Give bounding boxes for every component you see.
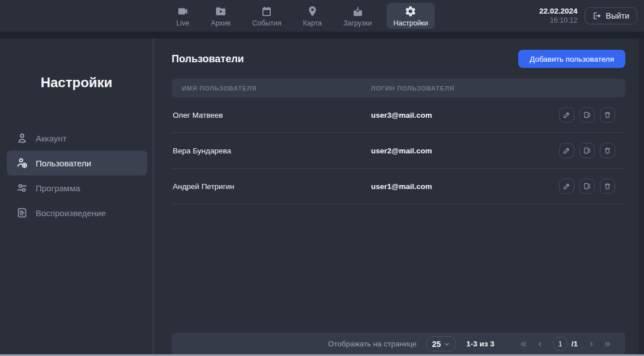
delete-user-button[interactable] — [600, 179, 615, 194]
rows-range-label: 1-3 из 3 — [466, 340, 494, 348]
logout-icon — [592, 11, 602, 20]
copy-icon — [583, 111, 591, 119]
total-pages-label: /1 — [572, 340, 578, 348]
copy-icon — [583, 147, 591, 155]
video-camera-icon — [177, 5, 189, 18]
row-actions — [559, 143, 615, 158]
delete-user-button[interactable] — [600, 108, 615, 123]
nav-label: Live — [176, 19, 189, 27]
per-page-select[interactable]: 25 — [427, 336, 457, 351]
add-user-button[interactable]: Добавить пользователя — [518, 50, 625, 68]
nav-item-settings[interactable]: Настройки — [387, 3, 435, 29]
sidebar-item-label: Аккаунт — [36, 134, 66, 143]
pencil-icon — [562, 182, 571, 191]
vertical-scrollbar[interactable] — [639, 38, 644, 354]
next-page-button[interactable] — [585, 338, 598, 350]
pagination-bar: Отображать на странице 25 1-3 из 3 1 /1 — [172, 333, 625, 355]
table-row: Андрей Петригин user1@mail.com — [172, 169, 625, 204]
body: Настройки Аккаунт Пользователи Программа — [0, 38, 644, 356]
table-row: Олег Матвеев user3@mail.com — [172, 97, 625, 133]
pencil-icon — [562, 147, 571, 155]
nav-item-archive[interactable]: Архив — [204, 3, 237, 29]
folder-play-icon — [215, 5, 227, 18]
last-page-button[interactable] — [602, 338, 614, 350]
person-icon — [16, 132, 28, 144]
document-icon — [16, 207, 28, 219]
users-page: Пользователи Добавить пользователя ИМЯ П… — [153, 38, 644, 356]
chevron-down-icon — [443, 341, 450, 348]
row-actions — [559, 108, 615, 123]
nav-item-downloads[interactable]: Загрузки — [336, 3, 378, 29]
datetime: 22.02.2024 16:10:12 — [539, 7, 578, 25]
copy-user-button[interactable] — [579, 108, 595, 123]
page-header: Пользователи Добавить пользователя — [172, 50, 625, 68]
gear-icon — [404, 5, 417, 18]
trash-icon — [603, 182, 612, 191]
person-add-icon — [16, 157, 28, 169]
nav-label: Архив — [211, 19, 231, 27]
nav-item-events[interactable]: События — [245, 3, 288, 29]
page-title: Пользователи — [172, 53, 244, 65]
trash-icon — [603, 111, 612, 119]
settings-sidebar: Настройки Аккаунт Пользователи Программа — [0, 38, 153, 356]
column-header-name: ИМЯ ПОЛЬЗОВАТЕЛЯ — [172, 85, 257, 92]
current-time: 16:10:12 — [539, 16, 578, 25]
edit-user-button[interactable] — [559, 108, 574, 123]
column-header-login: ЛОГИН ПОЛЬЗОВАТЕЛЯ — [371, 85, 454, 92]
row-actions — [559, 179, 615, 194]
user-login: user3@mail.com — [371, 111, 432, 119]
chevron-right-icon — [587, 340, 596, 349]
logout-label: Выйти — [606, 11, 629, 20]
sidebar-item-program[interactable]: Программа — [0, 175, 153, 200]
table-row: Вера Бундарева user2@mail.com — [172, 133, 625, 169]
prev-page-button[interactable] — [534, 338, 546, 350]
user-login: user2@mail.com — [371, 147, 432, 155]
nav-label: Настройки — [394, 19, 428, 27]
sidebar-item-label: Программа — [36, 183, 80, 193]
copy-user-button[interactable] — [579, 143, 595, 158]
per-page-value: 25 — [432, 340, 441, 349]
sidebar-item-users[interactable]: Пользователи — [7, 151, 147, 175]
user-name: Вера Бундарева — [172, 147, 231, 155]
sliders-icon — [16, 182, 28, 194]
nav-label: Загрузки — [343, 19, 372, 27]
sidebar-item-account[interactable]: Аккаунт — [0, 126, 153, 151]
user-name: Олег Матвеев — [172, 111, 223, 119]
pager-controls: 1 /1 — [517, 337, 614, 351]
pencil-icon — [562, 111, 571, 119]
first-page-button[interactable] — [517, 338, 530, 350]
table-header: ИМЯ ПОЛЬЗОВАТЕЛЯ ЛОГИН ПОЛЬЗОВАТЕЛЯ — [172, 79, 625, 97]
nav-item-map[interactable]: Карта — [296, 3, 329, 29]
topbar-divider-band — [0, 32, 644, 38]
sidebar-item-label: Воспроизведение — [36, 208, 106, 218]
edit-user-button[interactable] — [559, 179, 574, 194]
user-name: Андрей Петригин — [172, 182, 234, 191]
calendar-icon — [261, 5, 273, 18]
sidebar-menu: Аккаунт Пользователи Программа Воспроизв… — [0, 126, 153, 225]
delete-user-button[interactable] — [600, 143, 615, 158]
sidebar-item-playback[interactable]: Воспроизведение — [0, 200, 153, 225]
topbar-right: 22.02.2024 16:10:12 Выйти — [539, 0, 637, 32]
top-navigation: Live Архив События Карта Загрузки — [169, 0, 435, 32]
sidebar-item-label: Пользователи — [36, 158, 91, 168]
download-box-icon — [351, 5, 364, 18]
nav-label: Карта — [303, 19, 322, 27]
trash-icon — [603, 147, 612, 155]
per-page-label: Отображать на странице — [328, 340, 417, 348]
top-bar: Live Архив События Карта Загрузки — [0, 0, 644, 32]
double-chevron-right-icon — [603, 340, 612, 349]
nav-item-live[interactable]: Live — [169, 3, 196, 29]
copy-icon — [583, 182, 591, 191]
chevron-left-icon — [535, 340, 544, 349]
double-chevron-left-icon — [519, 340, 528, 349]
logout-button[interactable]: Выйти — [585, 7, 637, 24]
edit-user-button[interactable] — [559, 143, 574, 158]
copy-user-button[interactable] — [579, 179, 595, 194]
map-pin-icon — [306, 5, 318, 18]
current-page-input[interactable]: 1 — [553, 337, 568, 351]
current-date: 22.02.2024 — [539, 7, 578, 16]
user-login: user1@mail.com — [371, 182, 432, 191]
nav-label: События — [252, 19, 282, 27]
sidebar-title: Настройки — [0, 75, 153, 91]
